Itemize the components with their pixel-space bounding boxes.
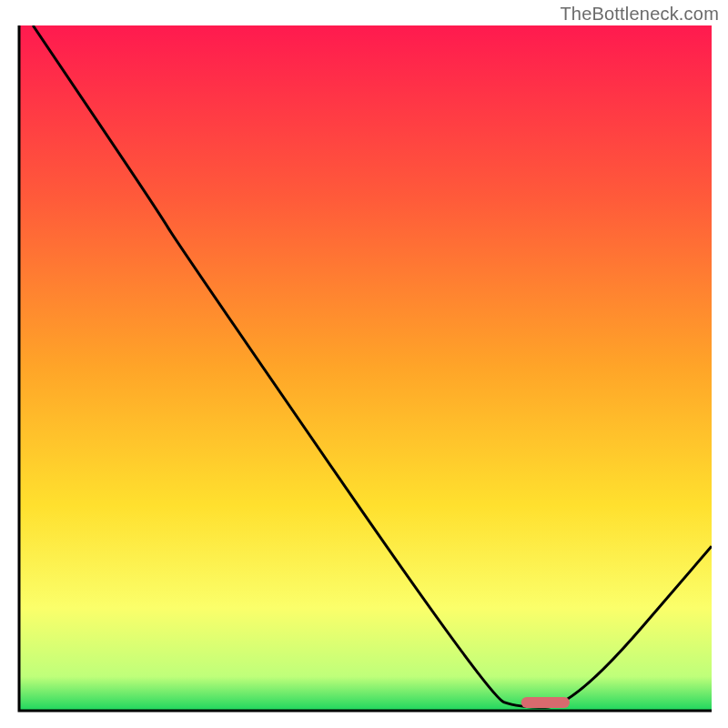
chart-background: [19, 25, 712, 711]
bottleneck-chart: [16, 25, 712, 713]
chart-svg: [16, 25, 712, 713]
optimal-marker: [521, 697, 570, 708]
attribution-text: TheBottleneck.com: [560, 4, 719, 25]
